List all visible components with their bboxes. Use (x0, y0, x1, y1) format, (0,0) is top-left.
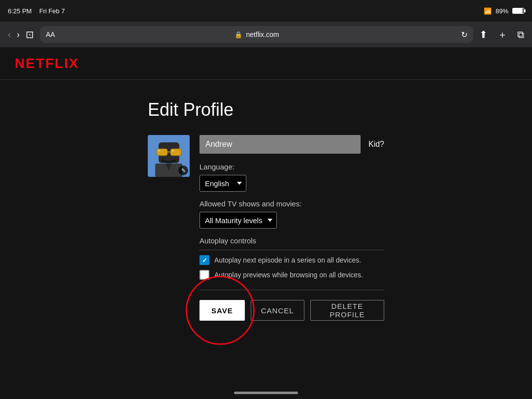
status-date: Fri Feb 7 (39, 7, 65, 15)
status-bar: 6:25 PM Fri Feb 7 📶 89% (0, 0, 532, 22)
status-left: 6:25 PM Fri Feb 7 (8, 7, 65, 15)
autoplay2-row: Autoplay previews while browsing on all … (200, 270, 384, 280)
svg-rect-5 (158, 150, 161, 152)
url-aa-label: AA (46, 31, 55, 38)
cancel-button[interactable]: CANCEL (251, 300, 304, 321)
new-tab-icon[interactable]: ＋ (498, 28, 507, 41)
back-button[interactable]: ‹ (8, 30, 11, 40)
browser-bar: ‹ › ⊡ AA 🔒 netflix.com ↻ ⬆ ＋ ⧉ (0, 22, 532, 47)
status-time: 6:25 PM (8, 7, 32, 15)
maturity-select[interactable]: All Maturity levels Teen Kids (200, 212, 277, 229)
checkmark-icon: ✓ (202, 257, 207, 264)
url-text: netflix.com (246, 31, 279, 38)
autoplay2-label: Autoplay previews while browsing on all … (214, 271, 363, 279)
profile-row: ✎ Kid? Language: English Spanish French … (148, 135, 384, 321)
autoplay2-checkbox[interactable] (200, 270, 209, 280)
name-row: Kid? (200, 135, 384, 154)
language-label: Language: (200, 163, 384, 171)
netflix-header: NETFLIX (0, 47, 532, 80)
divider-2 (200, 290, 384, 290)
buttons-row: SAVE CANCEL DELETE PROFILE (200, 300, 384, 321)
kid-label: Kid? (368, 140, 384, 149)
autoplay1-row: ✓ Autoplay next episode in a series on a… (200, 255, 384, 265)
autoplay-title: Autoplay controls (200, 236, 384, 245)
language-select[interactable]: English Spanish French (200, 175, 246, 192)
share-icon[interactable]: ⬆ (479, 29, 488, 40)
bookmarks-icon[interactable]: ⊡ (26, 29, 34, 40)
avatar-edit-icon[interactable]: ✎ (178, 166, 188, 175)
forward-button[interactable]: › (17, 30, 20, 40)
browser-actions: ⬆ ＋ ⧉ (479, 28, 524, 41)
svg-rect-4 (167, 151, 170, 153)
autoplay1-label: Autoplay next episode in a series on all… (214, 256, 361, 264)
home-indicator (234, 392, 298, 394)
profile-fields: Kid? Language: English Spanish French Al… (200, 135, 384, 321)
url-bar[interactable]: AA 🔒 netflix.com ↻ (40, 26, 473, 43)
autoplay-section: Autoplay controls ✓ Autoplay next episod… (200, 236, 384, 280)
maturity-label: Allowed TV shows and movies: (200, 200, 384, 208)
autoplay1-checkbox[interactable]: ✓ (200, 255, 209, 265)
delete-profile-button[interactable]: DELETE PROFILE (310, 300, 384, 321)
refresh-icon[interactable]: ↻ (461, 30, 467, 39)
page-title: Edit Profile (148, 100, 384, 120)
svg-rect-6 (171, 150, 174, 152)
page-content: Edit Profile (0, 80, 532, 399)
battery-icon (512, 8, 524, 14)
avatar-wrapper: ✎ (148, 135, 190, 177)
save-button[interactable]: SAVE (200, 300, 245, 321)
edit-profile-container: Edit Profile (148, 100, 384, 379)
wifi-icon: 📶 (484, 7, 492, 15)
status-right: 📶 89% (484, 7, 524, 15)
battery-percent: 89% (496, 7, 508, 15)
svg-rect-2 (157, 149, 167, 156)
divider-1 (200, 250, 384, 250)
lock-icon: 🔒 (234, 31, 242, 38)
svg-rect-3 (170, 149, 181, 156)
tabs-icon[interactable]: ⧉ (517, 29, 524, 40)
name-input[interactable] (200, 135, 361, 154)
netflix-logo[interactable]: NETFLIX (15, 56, 79, 71)
browser-nav: ‹ › ⊡ (8, 29, 34, 40)
